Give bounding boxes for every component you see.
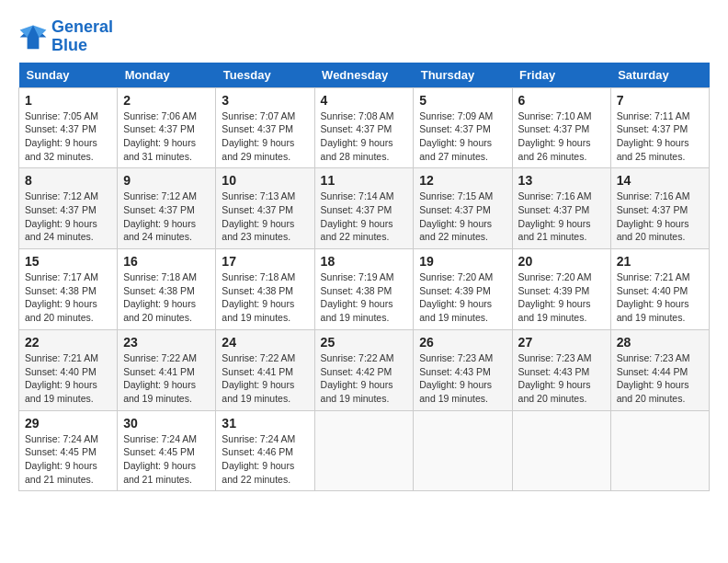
column-header-saturday: Saturday	[610, 63, 709, 88]
calendar-cell: 26 Sunrise: 7:23 AM Sunset: 4:43 PM Dayl…	[414, 329, 512, 410]
calendar-cell: 17 Sunrise: 7:18 AM Sunset: 4:38 PM Dayl…	[216, 249, 314, 330]
day-number: 31	[222, 416, 308, 431]
calendar-cell: 10 Sunrise: 7:13 AM Sunset: 4:37 PM Dayl…	[216, 168, 314, 249]
day-info: Sunrise: 7:17 AM Sunset: 4:38 PM Dayligh…	[25, 270, 111, 325]
day-number: 17	[222, 254, 308, 269]
logo: General Blue	[18, 18, 113, 55]
logo-icon	[18, 24, 48, 50]
day-number: 25	[321, 335, 408, 350]
calendar-cell: 9 Sunrise: 7:12 AM Sunset: 4:37 PM Dayli…	[118, 168, 216, 249]
calendar-cell: 4 Sunrise: 7:08 AM Sunset: 4:37 PM Dayli…	[314, 87, 414, 168]
day-info: Sunrise: 7:19 AM Sunset: 4:38 PM Dayligh…	[321, 270, 408, 325]
calendar-cell: 31 Sunrise: 7:24 AM Sunset: 4:46 PM Dayl…	[216, 410, 314, 491]
day-number: 7	[617, 93, 703, 108]
day-number: 15	[25, 254, 111, 269]
calendar-table: SundayMondayTuesdayWednesdayThursdayFrid…	[18, 63, 710, 492]
day-number: 23	[123, 335, 210, 350]
calendar-cell: 27 Sunrise: 7:23 AM Sunset: 4:43 PM Dayl…	[512, 329, 610, 410]
calendar-cell: 5 Sunrise: 7:09 AM Sunset: 4:37 PM Dayli…	[414, 87, 512, 168]
day-info: Sunrise: 7:11 AM Sunset: 4:37 PM Dayligh…	[617, 109, 703, 164]
day-info: Sunrise: 7:12 AM Sunset: 4:37 PM Dayligh…	[123, 190, 210, 244]
day-number: 26	[419, 335, 506, 350]
calendar-cell	[512, 410, 610, 491]
column-header-sunday: Sunday	[19, 63, 118, 88]
calendar-cell: 15 Sunrise: 7:17 AM Sunset: 4:38 PM Dayl…	[19, 249, 118, 330]
calendar-cell: 11 Sunrise: 7:14 AM Sunset: 4:37 PM Dayl…	[314, 168, 414, 249]
day-number: 29	[25, 416, 111, 431]
day-number: 6	[518, 93, 605, 108]
calendar-week-5: 29 Sunrise: 7:24 AM Sunset: 4:45 PM Dayl…	[19, 410, 710, 491]
day-number: 14	[617, 173, 703, 188]
day-number: 9	[123, 173, 210, 188]
calendar-cell: 22 Sunrise: 7:21 AM Sunset: 4:40 PM Dayl…	[19, 329, 118, 410]
day-info: Sunrise: 7:20 AM Sunset: 4:39 PM Dayligh…	[419, 270, 506, 325]
day-number: 30	[123, 416, 210, 431]
calendar-cell: 1 Sunrise: 7:05 AM Sunset: 4:37 PM Dayli…	[19, 87, 118, 168]
day-info: Sunrise: 7:16 AM Sunset: 4:37 PM Dayligh…	[617, 190, 703, 244]
calendar-cell: 12 Sunrise: 7:15 AM Sunset: 4:37 PM Dayl…	[414, 168, 512, 249]
calendar-cell: 3 Sunrise: 7:07 AM Sunset: 4:37 PM Dayli…	[216, 87, 314, 168]
calendar-header: SundayMondayTuesdayWednesdayThursdayFrid…	[19, 63, 710, 88]
column-header-tuesday: Tuesday	[216, 63, 314, 88]
day-number: 18	[321, 254, 408, 269]
calendar-cell: 8 Sunrise: 7:12 AM Sunset: 4:37 PM Dayli…	[19, 168, 118, 249]
day-info: Sunrise: 7:20 AM Sunset: 4:39 PM Dayligh…	[518, 270, 605, 325]
day-number: 4	[321, 93, 408, 108]
day-info: Sunrise: 7:06 AM Sunset: 4:37 PM Dayligh…	[123, 109, 210, 164]
day-number: 21	[617, 254, 703, 269]
calendar-cell	[314, 410, 414, 491]
column-header-monday: Monday	[118, 63, 216, 88]
day-info: Sunrise: 7:12 AM Sunset: 4:37 PM Dayligh…	[25, 190, 111, 244]
day-info: Sunrise: 7:08 AM Sunset: 4:37 PM Dayligh…	[321, 109, 408, 164]
day-number: 19	[419, 254, 506, 269]
day-number: 24	[222, 335, 308, 350]
day-number: 3	[222, 93, 308, 108]
calendar-cell	[610, 410, 709, 491]
calendar-week-4: 22 Sunrise: 7:21 AM Sunset: 4:40 PM Dayl…	[19, 329, 710, 410]
day-info: Sunrise: 7:16 AM Sunset: 4:37 PM Dayligh…	[518, 190, 605, 244]
calendar-cell: 23 Sunrise: 7:22 AM Sunset: 4:41 PM Dayl…	[118, 329, 216, 410]
column-header-wednesday: Wednesday	[314, 63, 414, 88]
day-number: 16	[123, 254, 210, 269]
day-info: Sunrise: 7:07 AM Sunset: 4:37 PM Dayligh…	[222, 109, 308, 164]
day-info: Sunrise: 7:18 AM Sunset: 4:38 PM Dayligh…	[123, 270, 210, 325]
day-info: Sunrise: 7:22 AM Sunset: 4:42 PM Dayligh…	[321, 351, 408, 406]
day-number: 5	[419, 93, 506, 108]
calendar-cell: 25 Sunrise: 7:22 AM Sunset: 4:42 PM Dayl…	[314, 329, 414, 410]
day-info: Sunrise: 7:14 AM Sunset: 4:37 PM Dayligh…	[321, 190, 408, 244]
day-info: Sunrise: 7:22 AM Sunset: 4:41 PM Dayligh…	[123, 351, 210, 406]
column-header-thursday: Thursday	[414, 63, 512, 88]
day-info: Sunrise: 7:05 AM Sunset: 4:37 PM Dayligh…	[25, 109, 111, 164]
day-info: Sunrise: 7:24 AM Sunset: 4:46 PM Dayligh…	[222, 432, 308, 487]
day-number: 20	[518, 254, 605, 269]
calendar-week-3: 15 Sunrise: 7:17 AM Sunset: 4:38 PM Dayl…	[19, 249, 710, 330]
calendar-cell: 29 Sunrise: 7:24 AM Sunset: 4:45 PM Dayl…	[19, 410, 118, 491]
day-info: Sunrise: 7:23 AM Sunset: 4:43 PM Dayligh…	[419, 351, 506, 406]
calendar-cell: 14 Sunrise: 7:16 AM Sunset: 4:37 PM Dayl…	[610, 168, 709, 249]
calendar-cell: 16 Sunrise: 7:18 AM Sunset: 4:38 PM Dayl…	[118, 249, 216, 330]
logo-text: General Blue	[51, 18, 113, 55]
calendar-week-2: 8 Sunrise: 7:12 AM Sunset: 4:37 PM Dayli…	[19, 168, 710, 249]
day-number: 12	[419, 173, 506, 188]
day-number: 27	[518, 335, 605, 350]
day-info: Sunrise: 7:23 AM Sunset: 4:44 PM Dayligh…	[617, 351, 703, 406]
calendar-cell	[414, 410, 512, 491]
calendar-cell: 13 Sunrise: 7:16 AM Sunset: 4:37 PM Dayl…	[512, 168, 610, 249]
day-info: Sunrise: 7:09 AM Sunset: 4:37 PM Dayligh…	[419, 109, 506, 164]
day-info: Sunrise: 7:21 AM Sunset: 4:40 PM Dayligh…	[617, 270, 703, 325]
day-number: 28	[617, 335, 703, 350]
day-info: Sunrise: 7:13 AM Sunset: 4:37 PM Dayligh…	[222, 190, 308, 244]
day-info: Sunrise: 7:24 AM Sunset: 4:45 PM Dayligh…	[25, 432, 111, 487]
day-info: Sunrise: 7:21 AM Sunset: 4:40 PM Dayligh…	[25, 351, 111, 406]
day-info: Sunrise: 7:22 AM Sunset: 4:41 PM Dayligh…	[222, 351, 308, 406]
calendar-cell: 2 Sunrise: 7:06 AM Sunset: 4:37 PM Dayli…	[118, 87, 216, 168]
day-info: Sunrise: 7:23 AM Sunset: 4:43 PM Dayligh…	[518, 351, 605, 406]
calendar-cell: 28 Sunrise: 7:23 AM Sunset: 4:44 PM Dayl…	[610, 329, 709, 410]
day-number: 8	[25, 173, 111, 188]
calendar-cell: 20 Sunrise: 7:20 AM Sunset: 4:39 PM Dayl…	[512, 249, 610, 330]
day-number: 10	[222, 173, 308, 188]
calendar-cell: 7 Sunrise: 7:11 AM Sunset: 4:37 PM Dayli…	[610, 87, 709, 168]
day-info: Sunrise: 7:10 AM Sunset: 4:37 PM Dayligh…	[518, 109, 605, 164]
calendar-week-1: 1 Sunrise: 7:05 AM Sunset: 4:37 PM Dayli…	[19, 87, 710, 168]
day-number: 2	[123, 93, 210, 108]
